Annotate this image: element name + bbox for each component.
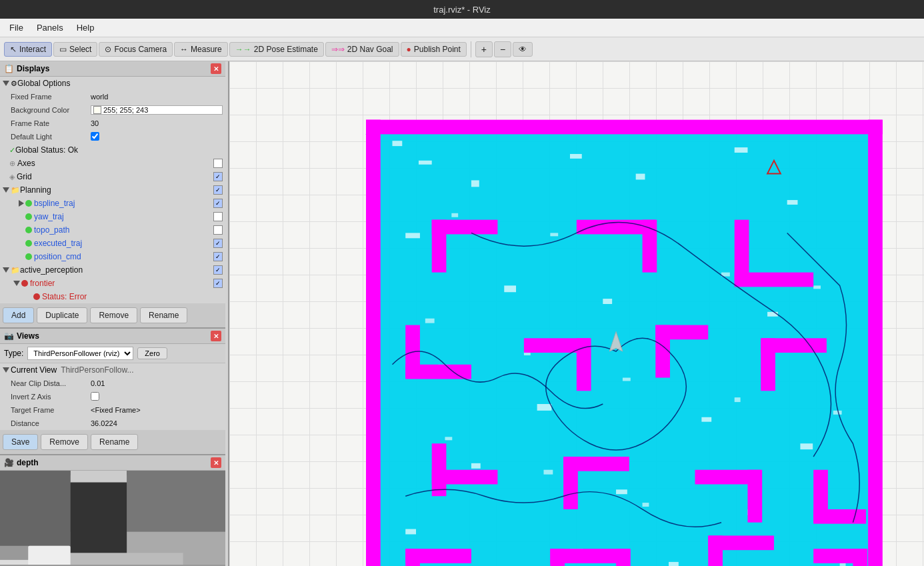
topo-path-item[interactable]: topo_path xyxy=(0,223,225,237)
axes-checkbox[interactable] xyxy=(213,159,223,168)
displays-header: 📋 Displays ✕ xyxy=(0,61,225,77)
yaw-traj-item[interactable]: yaw_traj xyxy=(0,210,225,223)
svg-rect-70 xyxy=(563,457,578,509)
svg-rect-38 xyxy=(813,285,821,289)
distance-row[interactable]: Distance 36.0224 xyxy=(0,417,225,430)
bspline-checkbox[interactable]: ✓ xyxy=(213,199,223,208)
active-perception-item[interactable]: 📁 active_perception ✓ xyxy=(0,263,225,277)
plus-icon xyxy=(481,44,487,55)
views-type-select[interactable]: ThirdPersonFollower (rviz) xyxy=(27,347,133,360)
bspline-expand-icon[interactable] xyxy=(19,200,24,207)
svg-rect-45 xyxy=(543,470,553,475)
grid-checkbox[interactable]: ✓ xyxy=(213,172,223,181)
3d-viewport[interactable] xyxy=(229,61,924,566)
global-status-item[interactable]: ✓ Global Status: Ok xyxy=(0,143,225,157)
svg-rect-6 xyxy=(127,471,225,532)
interact-button[interactable]: Interact xyxy=(4,42,52,57)
measure-button[interactable]: Measure xyxy=(174,42,228,57)
displays-scroll[interactable]: ⚙ Global Options Fixed Frame world Backg… xyxy=(0,77,225,303)
planning-item[interactable]: 📁 Planning ✓ xyxy=(0,183,225,197)
select-button[interactable]: Select xyxy=(53,42,97,57)
near-clip-row[interactable]: Near Clip Dista... 0.01 xyxy=(0,377,225,390)
position-dot-icon xyxy=(25,253,32,260)
pose-icon: → xyxy=(235,45,251,54)
position-cmd-item[interactable]: position_cmd ✓ xyxy=(0,250,225,263)
yaw-checkbox[interactable] xyxy=(213,212,223,221)
invert-z-checkbox[interactable] xyxy=(91,392,223,402)
current-view-item[interactable]: Current View ThirdPersonFollow... xyxy=(0,363,225,377)
planning-expand-icon[interactable] xyxy=(3,187,9,193)
target-frame-row[interactable]: Target Frame <Fixed Frame> xyxy=(0,403,225,417)
axes-item[interactable]: ⊕ Axes xyxy=(0,157,225,170)
save-view-button[interactable]: Save xyxy=(3,434,38,450)
bspline-traj-item[interactable]: bspline_traj ✓ xyxy=(0,197,225,210)
bg-color-value[interactable]: 255; 255; 243 xyxy=(91,105,223,115)
invert-z-input[interactable] xyxy=(91,392,99,401)
displays-close-button[interactable]: ✕ xyxy=(211,63,221,74)
pose-estimate-button[interactable]: → 2D Pose Estimate xyxy=(229,42,324,57)
bspline-dot-icon xyxy=(25,200,32,207)
svg-rect-66 xyxy=(761,338,775,391)
titlebar: traj.rviz* - RViz xyxy=(0,0,924,19)
svg-rect-33 xyxy=(669,562,679,566)
add-button[interactable]: Add xyxy=(3,307,34,323)
rename-display-button[interactable]: Rename xyxy=(140,307,187,323)
remove-display-button[interactable]: Remove xyxy=(90,307,137,323)
global-options-item[interactable]: ⚙ Global Options xyxy=(0,77,225,90)
bg-color-text: 255; 255; 243 xyxy=(103,106,148,114)
planning-checkbox[interactable]: ✓ xyxy=(213,185,223,195)
active-perception-checkbox[interactable]: ✓ xyxy=(213,265,223,275)
frontier-checkbox[interactable]: ✓ xyxy=(213,279,223,288)
global-options-expand-icon[interactable] xyxy=(3,81,9,86)
frame-rate-row[interactable]: Frame Rate 30 xyxy=(0,117,225,130)
default-light-input[interactable] xyxy=(91,132,99,141)
views-header: 📷 Views ✕ xyxy=(0,329,225,344)
depth-close-button[interactable]: ✕ xyxy=(211,457,221,468)
frontier-expand-icon[interactable] xyxy=(13,281,20,286)
invert-z-row[interactable]: Invert Z Axis xyxy=(0,390,225,403)
svg-rect-81 xyxy=(708,535,774,550)
menubar: File Panels Help xyxy=(0,19,924,37)
menu-file[interactable]: File xyxy=(3,20,30,35)
grid-item[interactable]: ◈ Grid ✓ xyxy=(0,170,225,183)
target-frame-value: <Fixed Frame> xyxy=(91,406,223,414)
remove-view-button[interactable]: Remove xyxy=(41,434,88,450)
executed-checkbox[interactable]: ✓ xyxy=(213,239,223,248)
bg-color-row[interactable]: Background Color 255; 255; 243 xyxy=(0,103,225,117)
default-light-checkbox[interactable] xyxy=(91,132,223,142)
grid-label: Grid xyxy=(17,172,211,181)
views-close-button[interactable]: ✕ xyxy=(211,331,221,341)
grid-icon: ◈ xyxy=(9,173,15,181)
status-error-item[interactable]: Status: Error xyxy=(0,290,225,303)
executed-traj-item[interactable]: executed_traj ✓ xyxy=(0,237,225,250)
active-expand-icon[interactable] xyxy=(3,267,9,273)
frame-rate-label: Frame Rate xyxy=(11,119,91,127)
current-view-expand[interactable] xyxy=(3,367,9,373)
svg-rect-28 xyxy=(471,463,481,469)
minus-button[interactable] xyxy=(494,41,511,57)
fixed-frame-row[interactable]: Fixed Frame world xyxy=(0,90,225,103)
views-type-row: Type: ThirdPersonFollower (rviz) Zero xyxy=(0,344,225,363)
svg-rect-21 xyxy=(603,299,612,304)
topo-checkbox[interactable] xyxy=(213,225,223,235)
nav-goal-button[interactable]: ⇒ 2D Nav Goal xyxy=(325,42,399,57)
nav-goal-label: 2D Nav Goal xyxy=(347,45,393,54)
zero-button[interactable]: Zero xyxy=(137,347,167,359)
duplicate-button[interactable]: Duplicate xyxy=(37,307,87,323)
cursor-icon xyxy=(10,45,17,54)
default-light-row[interactable]: Default Light xyxy=(0,130,225,143)
rename-view-button[interactable]: Rename xyxy=(91,434,138,450)
menu-help[interactable]: Help xyxy=(70,20,101,35)
svg-rect-74 xyxy=(813,509,866,524)
yaw-traj-label: yaw_traj xyxy=(34,212,211,221)
position-cmd-checkbox[interactable]: ✓ xyxy=(213,252,223,261)
svg-rect-5 xyxy=(0,471,71,546)
select-label: Select xyxy=(69,45,91,54)
menu-panels[interactable]: Panels xyxy=(30,20,70,35)
focus-camera-button[interactable]: Focus Camera xyxy=(99,42,173,57)
eye-button[interactable] xyxy=(513,42,533,57)
publish-point-button[interactable]: ● Publish Point xyxy=(401,42,467,57)
frontier-item[interactable]: frontier ✓ xyxy=(0,277,225,290)
views-btn-row: Save Remove Rename xyxy=(0,430,225,454)
plus-button[interactable] xyxy=(475,41,493,57)
